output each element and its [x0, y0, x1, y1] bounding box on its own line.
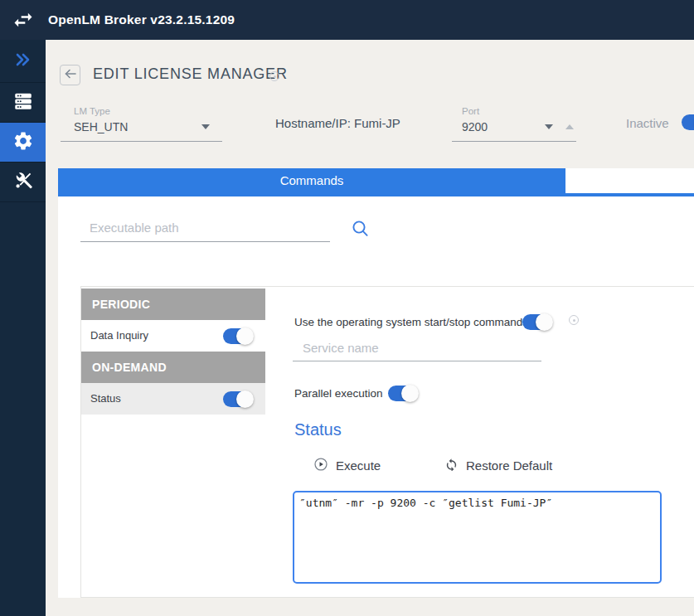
port-value: 9200	[462, 120, 576, 133]
servers-icon	[12, 90, 34, 115]
command-row-label: Status	[90, 392, 121, 405]
tab-commands[interactable]: Commands	[58, 168, 565, 193]
inactive-toggle[interactable]	[682, 114, 694, 131]
search-button[interactable]	[351, 219, 371, 239]
toggle-knob	[536, 313, 553, 331]
hostname-value: Fumi-JP	[354, 116, 400, 130]
swap-arrows-logo-icon	[11, 7, 36, 32]
command-group-list: PERIODIC Data Inquiry ON-DEMAND Status	[81, 289, 265, 415]
os-commands-info-icon[interactable]	[569, 315, 579, 325]
tab-strip-spacer	[565, 168, 694, 193]
restore-default-label: Restore Default	[466, 458, 552, 473]
search-icon	[351, 229, 371, 241]
hostname-text: Hostname/IP: Fumi-JP	[275, 116, 400, 130]
tools-icon	[13, 171, 33, 194]
settings-gear-icon	[12, 130, 34, 155]
inactive-label: Inactive	[626, 116, 669, 130]
execute-button[interactable]: Execute	[313, 457, 381, 474]
status-toggle[interactable]	[223, 390, 254, 408]
executable-path-input[interactable]	[80, 216, 330, 242]
status-section-heading: Status	[294, 420, 342, 439]
port-field[interactable]: Port 9200	[452, 104, 576, 142]
lm-type-label: LM Type	[74, 106, 222, 116]
command-row-status[interactable]: Status	[81, 383, 265, 415]
sidebar-item-settings[interactable]	[0, 123, 46, 162]
group-header-on-demand: ON-DEMAND	[81, 352, 265, 383]
sidebar	[0, 40, 46, 616]
expand-icon	[13, 50, 33, 73]
group-header-periodic: PERIODIC	[81, 289, 265, 320]
top-bar: OpenLM Broker v23.2.15.1209	[0, 0, 694, 40]
service-name-input[interactable]	[293, 337, 541, 361]
sidebar-item-expand[interactable]	[0, 40, 46, 83]
toggle-track	[682, 114, 694, 130]
sidebar-item-servers[interactable]	[0, 83, 46, 123]
screen: OpenLM Broker v23.2.15.1209	[0, 0, 694, 616]
execute-label: Execute	[336, 458, 381, 473]
lm-type-value: SEH_UTN	[74, 120, 222, 133]
back-arrow-icon	[65, 69, 76, 81]
command-textarea[interactable]: ″utnm″ -mr -p 9200 -c ″getlist Fumi-JP″	[293, 491, 662, 584]
port-decrement-icon[interactable]	[545, 124, 553, 129]
parallel-execution-toggle[interactable]	[388, 385, 419, 402]
port-label: Port	[462, 106, 576, 116]
os-commands-label: Use the operating system start/stop comm…	[294, 316, 528, 328]
refresh-icon	[444, 457, 459, 473]
os-commands-toggle[interactable]	[522, 313, 553, 331]
restore-default-button[interactable]: Restore Default	[444, 457, 552, 473]
page-title: EDIT LICENSE MANAGER	[93, 65, 288, 83]
data-inquiry-toggle[interactable]	[223, 327, 254, 345]
chevron-down-icon[interactable]	[201, 124, 210, 129]
toggle-knob	[401, 385, 419, 402]
parallel-execution-label: Parallel execution	[294, 387, 383, 400]
play-circle-icon	[313, 457, 328, 474]
port-increment-icon[interactable]	[565, 124, 574, 129]
back-button[interactable]	[60, 65, 80, 85]
lm-type-select[interactable]: LM Type SEH_UTN	[61, 104, 222, 142]
sidebar-item-tools[interactable]	[0, 162, 46, 202]
app-title: OpenLM Broker v23.2.15.1209	[48, 12, 235, 27]
command-row-data-inquiry[interactable]: Data Inquiry	[81, 320, 265, 352]
toggle-knob	[236, 390, 254, 408]
hostname-label: Hostname/IP:	[275, 116, 351, 130]
title-info-icon[interactable]	[269, 71, 279, 81]
command-row-label: Data Inquiry	[90, 329, 148, 342]
toggle-knob	[236, 327, 254, 345]
